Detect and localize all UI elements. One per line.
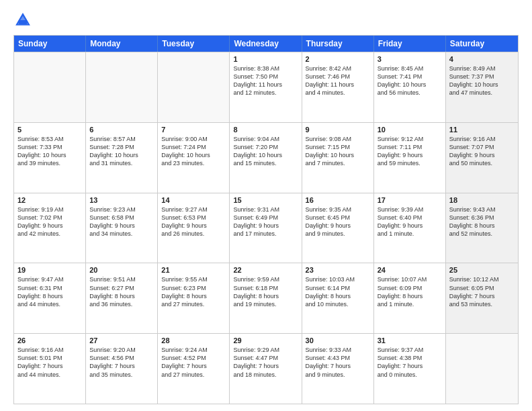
calendar: SundayMondayTuesdayWednesdayThursdayFrid… xyxy=(13,35,519,404)
cell-info: Sunrise: 9:16 AM Sunset: 7:07 PM Dayligh… xyxy=(449,135,515,168)
cell-info: Sunrise: 10:12 AM Sunset: 6:05 PM Daylig… xyxy=(449,275,515,308)
day-number: 7 xyxy=(161,126,226,134)
day-number: 28 xyxy=(161,336,226,345)
day-number: 3 xyxy=(378,55,442,63)
day-header-thursday: Thursday xyxy=(302,36,374,52)
header xyxy=(13,11,519,30)
calendar-cell: 24Sunrise: 10:07 AM Sunset: 6:09 PM Dayl… xyxy=(374,263,446,333)
calendar-cell xyxy=(86,52,158,122)
cell-info: Sunrise: 9:59 AM Sunset: 6:18 PM Dayligh… xyxy=(233,275,298,308)
day-header-wednesday: Wednesday xyxy=(230,36,302,52)
cell-info: Sunrise: 9:27 AM Sunset: 6:53 PM Dayligh… xyxy=(161,205,226,238)
calendar-cell: 19Sunrise: 9:47 AM Sunset: 6:31 PM Dayli… xyxy=(14,263,86,333)
calendar-cell: 2Sunrise: 8:42 AM Sunset: 7:46 PM Daylig… xyxy=(302,52,374,122)
calendar-cell: 8Sunrise: 9:04 AM Sunset: 7:20 PM Daylig… xyxy=(230,123,302,193)
cell-info: Sunrise: 9:04 AM Sunset: 7:20 PM Dayligh… xyxy=(233,135,298,168)
cell-info: Sunrise: 9:19 AM Sunset: 7:02 PM Dayligh… xyxy=(17,205,82,238)
day-number: 10 xyxy=(378,126,442,134)
day-number: 25 xyxy=(449,266,515,274)
cell-info: Sunrise: 8:45 AM Sunset: 7:41 PM Dayligh… xyxy=(378,64,442,97)
calendar-cell xyxy=(14,52,86,122)
cell-info: Sunrise: 9:47 AM Sunset: 6:31 PM Dayligh… xyxy=(17,275,82,308)
cell-info: Sunrise: 10:03 AM Sunset: 6:14 PM Daylig… xyxy=(306,275,370,308)
calendar-cell: 15Sunrise: 9:31 AM Sunset: 6:49 PM Dayli… xyxy=(230,193,302,263)
logo-icon xyxy=(13,11,32,30)
day-number: 11 xyxy=(449,126,515,134)
calendar-cell: 21Sunrise: 9:55 AM Sunset: 6:23 PM Dayli… xyxy=(158,263,230,333)
day-number: 30 xyxy=(306,336,370,345)
calendar-cell: 26Sunrise: 9:16 AM Sunset: 5:01 PM Dayli… xyxy=(14,334,86,404)
calendar-cell: 14Sunrise: 9:27 AM Sunset: 6:53 PM Dayli… xyxy=(158,193,230,263)
day-number: 18 xyxy=(449,196,515,204)
day-header-sunday: Sunday xyxy=(14,36,86,52)
day-number: 16 xyxy=(306,196,370,204)
day-number: 31 xyxy=(378,336,442,345)
logo xyxy=(13,11,35,30)
cell-info: Sunrise: 9:29 AM Sunset: 4:47 PM Dayligh… xyxy=(233,346,298,379)
cell-info: Sunrise: 9:08 AM Sunset: 7:15 PM Dayligh… xyxy=(306,135,370,168)
day-number: 8 xyxy=(233,126,298,134)
calendar-cell: 12Sunrise: 9:19 AM Sunset: 7:02 PM Dayli… xyxy=(14,193,86,263)
calendar-cell: 22Sunrise: 9:59 AM Sunset: 6:18 PM Dayli… xyxy=(230,263,302,333)
day-number: 4 xyxy=(449,55,515,63)
day-header-monday: Monday xyxy=(86,36,158,52)
cell-info: Sunrise: 10:07 AM Sunset: 6:09 PM Daylig… xyxy=(378,275,442,308)
day-number: 13 xyxy=(89,196,154,204)
cell-info: Sunrise: 8:53 AM Sunset: 7:33 PM Dayligh… xyxy=(17,135,82,168)
calendar-header: SundayMondayTuesdayWednesdayThursdayFrid… xyxy=(14,36,518,52)
cell-info: Sunrise: 9:20 AM Sunset: 4:56 PM Dayligh… xyxy=(89,346,154,379)
calendar-cell xyxy=(158,52,230,122)
calendar-cell: 18Sunrise: 9:43 AM Sunset: 6:36 PM Dayli… xyxy=(446,193,518,263)
day-number: 17 xyxy=(378,196,442,204)
calendar-cell: 16Sunrise: 9:35 AM Sunset: 6:45 PM Dayli… xyxy=(302,193,374,263)
calendar-cell: 11Sunrise: 9:16 AM Sunset: 7:07 PM Dayli… xyxy=(446,123,518,193)
day-number: 23 xyxy=(306,266,370,274)
day-number: 5 xyxy=(17,126,82,134)
cell-info: Sunrise: 8:38 AM Sunset: 7:50 PM Dayligh… xyxy=(233,64,298,97)
day-header-friday: Friday xyxy=(374,36,446,52)
cell-info: Sunrise: 9:00 AM Sunset: 7:24 PM Dayligh… xyxy=(161,135,226,168)
calendar-cell: 17Sunrise: 9:39 AM Sunset: 6:40 PM Dayli… xyxy=(374,193,446,263)
calendar-cell: 7Sunrise: 9:00 AM Sunset: 7:24 PM Daylig… xyxy=(158,123,230,193)
day-number: 14 xyxy=(161,196,226,204)
day-number: 9 xyxy=(306,126,370,134)
cell-info: Sunrise: 9:37 AM Sunset: 4:38 PM Dayligh… xyxy=(378,346,442,379)
cell-info: Sunrise: 9:43 AM Sunset: 6:36 PM Dayligh… xyxy=(449,205,515,238)
day-number: 26 xyxy=(17,336,82,345)
day-number: 27 xyxy=(89,336,154,345)
calendar-cell: 28Sunrise: 9:24 AM Sunset: 4:52 PM Dayli… xyxy=(158,334,230,404)
cell-info: Sunrise: 9:33 AM Sunset: 4:43 PM Dayligh… xyxy=(306,346,370,379)
cell-info: Sunrise: 9:55 AM Sunset: 6:23 PM Dayligh… xyxy=(161,275,226,308)
cell-info: Sunrise: 9:51 AM Sunset: 6:27 PM Dayligh… xyxy=(89,275,154,308)
cell-info: Sunrise: 8:49 AM Sunset: 7:37 PM Dayligh… xyxy=(449,64,515,97)
day-number: 22 xyxy=(233,266,298,274)
day-header-saturday: Saturday xyxy=(446,36,518,52)
calendar-week-4: 19Sunrise: 9:47 AM Sunset: 6:31 PM Dayli… xyxy=(14,263,518,333)
calendar-body: 1Sunrise: 8:38 AM Sunset: 7:50 PM Daylig… xyxy=(14,52,518,404)
day-number: 21 xyxy=(161,266,226,274)
calendar-week-2: 5Sunrise: 8:53 AM Sunset: 7:33 PM Daylig… xyxy=(14,122,518,193)
day-number: 29 xyxy=(233,336,298,345)
day-number: 1 xyxy=(233,55,298,63)
day-number: 6 xyxy=(89,126,154,134)
cell-info: Sunrise: 9:24 AM Sunset: 4:52 PM Dayligh… xyxy=(161,346,226,379)
calendar-cell: 30Sunrise: 9:33 AM Sunset: 4:43 PM Dayli… xyxy=(302,334,374,404)
cell-info: Sunrise: 9:39 AM Sunset: 6:40 PM Dayligh… xyxy=(378,205,442,238)
calendar-cell: 27Sunrise: 9:20 AM Sunset: 4:56 PM Dayli… xyxy=(86,334,158,404)
calendar-cell: 29Sunrise: 9:29 AM Sunset: 4:47 PM Dayli… xyxy=(230,334,302,404)
cell-info: Sunrise: 8:42 AM Sunset: 7:46 PM Dayligh… xyxy=(306,64,370,97)
cell-info: Sunrise: 9:31 AM Sunset: 6:49 PM Dayligh… xyxy=(233,205,298,238)
calendar-cell: 3Sunrise: 8:45 AM Sunset: 7:41 PM Daylig… xyxy=(374,52,446,122)
cell-info: Sunrise: 8:57 AM Sunset: 7:28 PM Dayligh… xyxy=(89,135,154,168)
cell-info: Sunrise: 9:12 AM Sunset: 7:11 PM Dayligh… xyxy=(378,135,442,168)
calendar-week-3: 12Sunrise: 9:19 AM Sunset: 7:02 PM Dayli… xyxy=(14,193,518,263)
calendar-cell: 9Sunrise: 9:08 AM Sunset: 7:15 PM Daylig… xyxy=(302,123,374,193)
calendar-cell xyxy=(446,334,518,404)
day-number: 15 xyxy=(233,196,298,204)
day-number: 19 xyxy=(17,266,82,274)
calendar-cell: 6Sunrise: 8:57 AM Sunset: 7:28 PM Daylig… xyxy=(86,123,158,193)
cell-info: Sunrise: 9:35 AM Sunset: 6:45 PM Dayligh… xyxy=(306,205,370,238)
day-number: 24 xyxy=(378,266,442,274)
calendar-cell: 25Sunrise: 10:12 AM Sunset: 6:05 PM Dayl… xyxy=(446,263,518,333)
cell-info: Sunrise: 9:16 AM Sunset: 5:01 PM Dayligh… xyxy=(17,346,82,379)
